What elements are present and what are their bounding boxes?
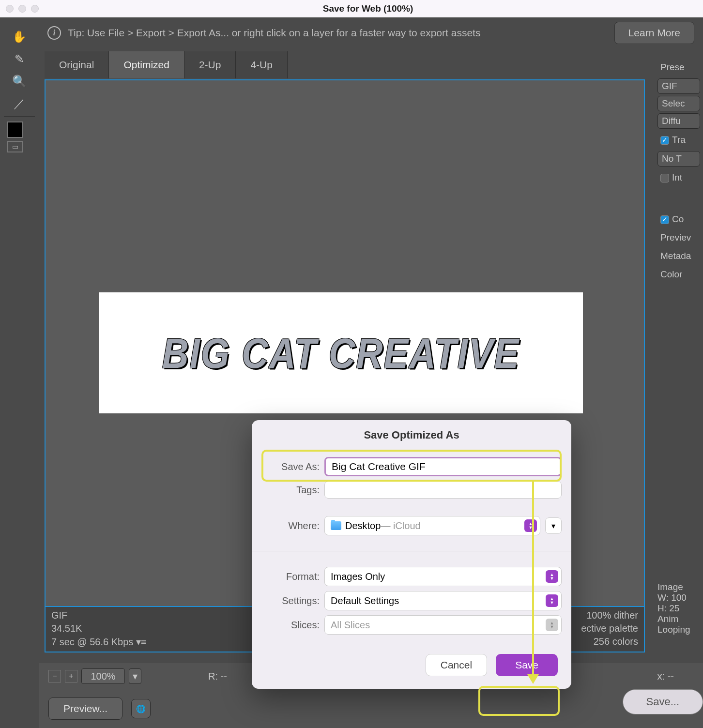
interlaced-label: Int	[672, 172, 682, 182]
slice-visibility-toggle[interactable]: ▭	[7, 141, 23, 152]
title-bar: Save for Web (100%)	[0, 0, 703, 17]
zoom-out-button[interactable]: −	[48, 670, 61, 682]
where-dropdown[interactable]: Desktop — iCloud ▲▼	[324, 516, 540, 535]
cancel-button[interactable]: Cancel	[426, 654, 487, 676]
tab-original[interactable]: Original	[45, 51, 109, 78]
hand-tool-icon[interactable]: ✋	[10, 27, 29, 46]
where-label: Where:	[261, 520, 320, 531]
where-folder-name: Desktop	[345, 520, 381, 531]
save-optimized-dialog: Save Optimized As Save As: Tags: Where: …	[252, 420, 571, 689]
transparency-label: Tra	[672, 135, 686, 145]
info-icon: i	[47, 26, 61, 40]
zoom-field[interactable]: 100%	[81, 668, 125, 684]
status-dither: 100% dither	[581, 610, 638, 621]
settings-label: Settings:	[261, 595, 320, 607]
x-readout: x: --	[657, 671, 674, 682]
tool-separator	[4, 116, 35, 117]
arrow-head-icon	[527, 674, 539, 684]
tip-bar: i Tip: Use File > Export > Export As... …	[39, 17, 703, 48]
zoom-tool-icon[interactable]: 🔍	[10, 72, 29, 91]
tags-input[interactable]	[324, 481, 562, 499]
save-button-main[interactable]: Save...	[623, 689, 703, 714]
status-format: GIF	[51, 610, 147, 621]
slices-value: All Slices	[331, 620, 370, 631]
tab-optimized[interactable]: Optimized	[109, 51, 184, 78]
browser-preview-icon[interactable]: 🌐	[131, 699, 151, 718]
eyedropper-tool-icon[interactable]: ／	[10, 94, 29, 113]
preview-image: BIG CAT CREATIVE	[99, 292, 583, 413]
slice-tool-icon[interactable]: ✎	[10, 49, 29, 69]
preview-button[interactable]: Preview...	[48, 698, 122, 720]
height-field[interactable]: 25	[669, 603, 679, 614]
status-palette: ective palette	[581, 623, 638, 634]
settings-value: Default Settings	[331, 595, 399, 607]
image-label: Image	[657, 582, 700, 592]
learn-more-button[interactable]: Learn More	[614, 22, 694, 44]
no-transparency-dither-dropdown[interactable]: No T	[657, 151, 700, 167]
settings-panel: Prese GIF Selec Diffu Tra No T Int Co Pr…	[655, 51, 703, 632]
convert-checkbox[interactable]	[660, 215, 669, 224]
slices-label: Slices:	[261, 620, 320, 631]
folder-icon	[331, 521, 341, 530]
width-label: W:	[657, 592, 669, 603]
chevron-updown-icon: ▲▼	[546, 570, 558, 583]
transparency-checkbox[interactable]	[660, 136, 669, 145]
status-colors: 256 colors	[581, 636, 638, 647]
tab-4up[interactable]: 4-Up	[236, 51, 288, 78]
chevron-updown-icon: ▲▼	[546, 619, 558, 631]
chevron-updown-icon: ▲▼	[546, 594, 558, 607]
preset-label: Prese	[657, 60, 700, 75]
diffusion-dropdown[interactable]: Diffu	[657, 113, 700, 129]
looping-label: Looping	[657, 624, 700, 635]
preview-label: Previev	[657, 230, 700, 245]
format-value: Images Only	[331, 571, 385, 582]
image-size-panel: Image W: 100 H: 25 Anim Looping	[655, 579, 703, 638]
tip-text: Tip: Use File > Export > Export As... or…	[68, 27, 480, 39]
tool-strip: ✋ ✎ 🔍 ／ ▭	[0, 17, 39, 728]
expand-location-button[interactable]: ▾	[545, 517, 562, 534]
metadata-label: Metada	[657, 249, 700, 263]
height-label: H:	[657, 603, 667, 613]
where-cloud-suffix: — iCloud	[381, 520, 420, 531]
format-dropdown[interactable]: Images Only ▲▼	[324, 567, 562, 586]
close-window-button[interactable]	[6, 5, 14, 13]
format-label: Format:	[261, 571, 320, 582]
save-button[interactable]: Save	[496, 654, 558, 676]
dialog-title: Save Optimized As	[252, 420, 571, 448]
tags-label: Tags:	[261, 485, 320, 496]
settings-dropdown[interactable]: Default Settings ▲▼	[324, 591, 562, 610]
status-timing: 7 sec @ 56.6 Kbps ▾≡	[51, 636, 147, 648]
format-gif-dropdown[interactable]: GIF	[657, 78, 700, 94]
color-table-label: Color	[657, 267, 700, 282]
zoom-dropdown[interactable]: ▾	[129, 668, 141, 684]
slices-dropdown[interactable]: All Slices ▲▼	[324, 615, 562, 635]
interlaced-checkbox[interactable]	[660, 174, 669, 182]
width-field[interactable]: 100	[671, 592, 687, 603]
status-size: 34.51K	[51, 623, 147, 634]
selective-dropdown[interactable]: Selec	[657, 96, 700, 111]
animation-label: Anim	[657, 614, 700, 624]
r-readout: R: --	[208, 671, 227, 682]
zoom-in-button[interactable]: +	[65, 670, 77, 682]
save-as-label: Save As:	[261, 461, 320, 472]
view-tabs: Original Optimized 2-Up 4-Up	[45, 51, 288, 78]
convert-label: Co	[672, 214, 684, 224]
save-as-input[interactable]	[324, 457, 562, 476]
divider	[252, 551, 571, 551]
tab-2up[interactable]: 2-Up	[184, 51, 236, 78]
minimize-window-button[interactable]	[18, 5, 26, 13]
arrow-line	[532, 482, 534, 675]
foreground-color-swatch[interactable]	[7, 121, 23, 138]
window-title: Save for Web (100%)	[39, 3, 697, 14]
footer-bar: Preview... 🌐 Save...	[39, 689, 703, 728]
window-controls	[6, 5, 39, 13]
chevron-updown-icon: ▲▼	[524, 519, 537, 532]
logo-text: BIG CAT CREATIVE	[162, 329, 520, 377]
zoom-window-button[interactable]	[31, 5, 39, 13]
